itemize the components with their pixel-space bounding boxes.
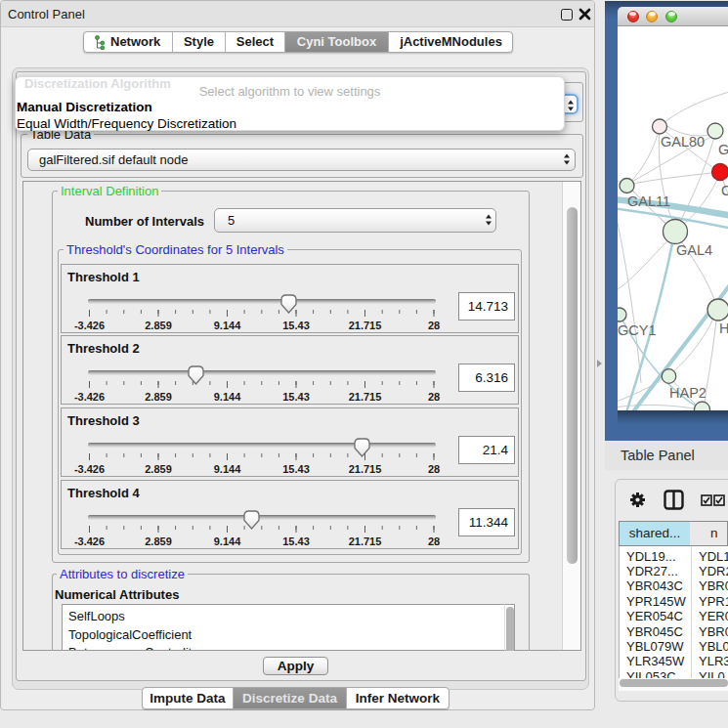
svg-text:GAL11: GAL11 xyxy=(627,193,670,209)
svg-text:GAL4: GAL4 xyxy=(676,242,712,258)
svg-text:H: H xyxy=(719,321,728,336)
svg-text:G: G xyxy=(718,142,728,157)
svg-text:GCY1: GCY1 xyxy=(618,322,657,338)
svg-text:HAP2: HAP2 xyxy=(669,385,707,401)
svg-text:C: C xyxy=(721,183,728,198)
svg-text:GAL80: GAL80 xyxy=(661,134,705,150)
